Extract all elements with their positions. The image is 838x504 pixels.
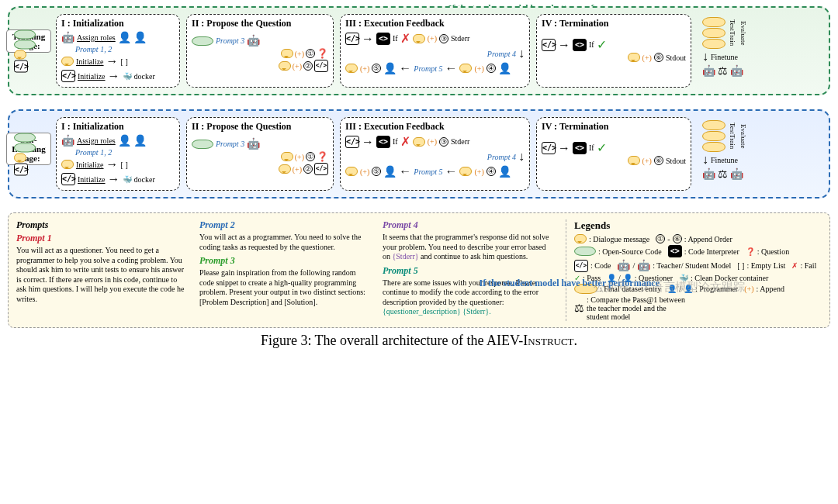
prompt4-title: Prompt 4 <box>383 219 555 231</box>
pass-icon: ✓ <box>597 140 607 155</box>
chat-icon <box>281 152 293 161</box>
robot-icon: 🤖 <box>730 167 743 181</box>
code-icon: </> <box>61 70 75 82</box>
dataset-icon <box>702 28 725 38</box>
docker-icon: 🐳 <box>123 175 132 184</box>
person-icon: 👤 <box>498 62 511 75</box>
code-icon: </> <box>61 173 75 185</box>
prompt3-text: Please gain inspiration from the followi… <box>199 268 372 307</box>
chat-icon <box>413 137 425 147</box>
robot-icon: 🤖 <box>247 137 260 150</box>
legends-title: Legends <box>574 219 822 232</box>
interpreter-icon: <> <box>376 136 390 148</box>
prompt2-text: You will act as a programmer. You need t… <box>199 233 372 252</box>
panel-termination: IV : Termination </>→<>If✓ (+)⑥Stdout <box>536 14 691 88</box>
person-icon: 👤 <box>118 31 131 44</box>
scales-icon: ⚖ <box>574 302 584 315</box>
panel-propose: II : Propose the Question Prompt 3🤖 (+)①… <box>186 14 334 88</box>
chat-icon <box>14 50 26 59</box>
scales-icon: ⚖ <box>718 64 728 78</box>
question-icon: ❓ <box>317 48 328 59</box>
db-icon <box>14 133 36 142</box>
legend-code: </>: Code <box>574 259 611 272</box>
robot-icon: 🤖 <box>730 64 743 78</box>
code-doc-icon: </> <box>314 163 328 175</box>
pipeline-row: I : Initialization 🤖Assign roles👤👤 Promp… <box>56 14 821 88</box>
robot-icon: 🤖 <box>247 34 260 47</box>
legend-open-source: : Open-Source Code <box>574 245 662 257</box>
dataset-icon <box>702 131 725 141</box>
panel-initialization: I : Initialization 🤖Assign roles👤👤 Promp… <box>56 117 180 191</box>
chat-icon <box>279 164 291 174</box>
person-icon: 👤 <box>498 165 511 178</box>
assign-roles-label: Assign roles <box>77 33 116 42</box>
output-block: TestTrain Evaluate ↓Finetune 🤖⚖🤖 <box>698 14 802 88</box>
legend-append-order: ①-⑥: Append Order <box>656 234 732 243</box>
prompt5-title: Prompt 5 <box>383 265 555 277</box>
chat-icon <box>628 156 640 165</box>
interpreter-icon: <> <box>376 33 390 45</box>
pipeline-row: I : Initialization 🤖Assign roles👤👤 Promp… <box>56 117 821 191</box>
fail-icon: ✗ <box>400 134 410 149</box>
panel-termination: IV : Termination </>→<>If✓ (+)⑥Stdout <box>536 117 691 191</box>
prompts-col3: Prompt 4 It seems that the programmer's … <box>383 219 555 321</box>
chat-icon <box>413 34 425 43</box>
code-icon: </> <box>14 163 28 175</box>
dataset-icon <box>702 17 725 27</box>
prompt1-title: Prompt 1 <box>16 233 189 244</box>
append-num: ② <box>303 61 313 71</box>
prompt1-text: You will act as a questioner. You need t… <box>16 246 189 304</box>
code-icon: </> <box>14 60 28 72</box>
db-icon <box>14 29 36 39</box>
panel-title: I : Initialization <box>61 18 175 29</box>
person-icon: 👤 <box>383 165 396 178</box>
db-icon <box>192 36 213 46</box>
robot-icon: 🤖 <box>702 167 715 181</box>
chat-icon <box>279 61 291 71</box>
chat-icon <box>14 153 26 162</box>
chat-icon <box>345 167 358 176</box>
chat-icon <box>61 57 74 66</box>
init-label: Initialize <box>78 72 106 81</box>
finetune-label: Finetune <box>711 53 738 61</box>
interpreter-icon: <> <box>573 39 587 51</box>
dataset-icon <box>702 120 725 130</box>
legend-empty: [ ]: Empty List <box>737 259 785 272</box>
output-block: TestTrain Evaluate ↓Finetune 🤖⚖🤖 <box>698 117 802 191</box>
db-icon <box>192 140 213 149</box>
prompts-col1: Prompts Prompt 1 You will act as a quest… <box>16 219 189 321</box>
prompt3-label: Prompt 3 <box>216 36 244 45</box>
db-icon <box>14 143 36 152</box>
question-icon: ❓ <box>317 151 328 162</box>
robot-icon: 🤖 <box>617 259 630 272</box>
panel-propose: II : Propose the Question Prompt 3🤖 (+)①… <box>186 117 334 191</box>
interpreter-icon: <> <box>668 245 682 257</box>
legends-panel: Legends : Dialogue message ①-⑥: Append O… <box>566 219 822 321</box>
code-doc-icon: </> <box>345 136 359 148</box>
figure-root: If the teacher model have better perform… <box>8 6 830 349</box>
person-icon: 👤 <box>133 134 147 147</box>
db-icon <box>14 40 36 49</box>
prompt4-text: It seems that the programmer's response … <box>383 233 555 262</box>
prompt12-label: Prompt 1, 2 <box>75 45 175 54</box>
code-doc-icon: </> <box>345 33 359 45</box>
code-doc-icon: </> <box>542 142 556 154</box>
stderr-label: Stderr <box>451 34 469 43</box>
legend-question: ❓: Question <box>746 245 789 257</box>
prompts-col2: Prompt 2 You will act as a programmer. Y… <box>199 219 372 321</box>
legend-model: 🤖/🤖: Teacher/ Student Model <box>617 259 731 272</box>
teaching-stage: Teaching Stage: </> I : Initialization 🤖… <box>8 6 830 95</box>
append-num: ① <box>306 49 315 58</box>
chat-icon <box>281 49 293 58</box>
watermark-text: 公众号：大语言模型论文跟踪 <box>594 280 745 295</box>
robot-icon: 🤖 <box>702 64 715 78</box>
person-icon: 👤 <box>133 31 147 44</box>
legend-dialogue: : Dialogue message <box>574 234 649 243</box>
interpreter-icon: <> <box>573 142 587 154</box>
code-doc-icon: </> <box>542 39 556 51</box>
prompts-heading: Prompts <box>16 219 189 231</box>
legend-fail: ✗: Fail <box>791 259 816 272</box>
panel-feedback: III : Execution Feedback </>→<>If✗(+)③St… <box>340 117 530 191</box>
fail-icon: ✗ <box>400 31 410 46</box>
chat-icon <box>628 53 640 62</box>
